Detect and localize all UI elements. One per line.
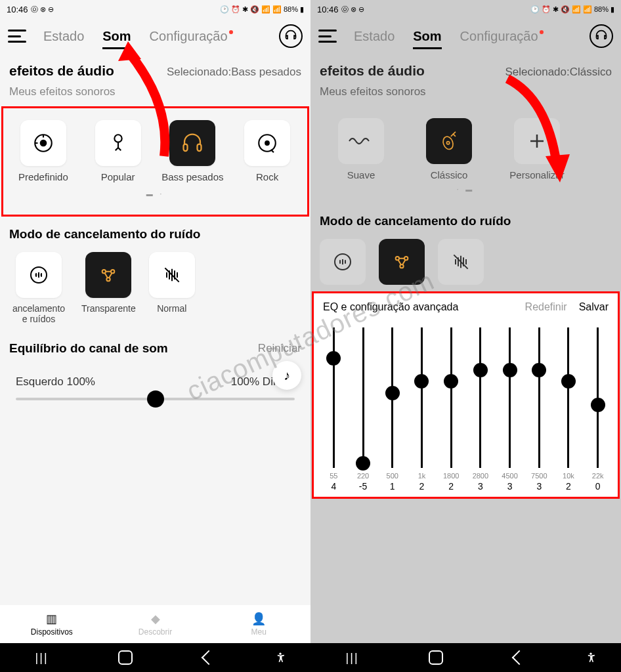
bnav-dispositivos[interactable]: ▥ Dispositivos (0, 605, 104, 643)
sys-home-button[interactable] (106, 650, 145, 665)
music-note-button[interactable]: ♪ (272, 361, 301, 390)
eq-gain-value: 0 (595, 481, 601, 492)
annotation-arrow-up (105, 38, 184, 169)
bnav-meu[interactable]: 👤 Meu (207, 605, 310, 643)
eq-band-220[interactable]: 220-5 (349, 327, 378, 492)
eq-band-500[interactable]: 5001 (377, 327, 407, 492)
eq-band-4500[interactable]: 45003 (495, 327, 525, 492)
eq-gain-value: 3 (536, 481, 542, 492)
bottom-nav: ▥ Dispositivos ◆ Descobrir 👤 Meu (0, 605, 310, 643)
eq-reset-button[interactable]: Redefinir (525, 301, 567, 313)
bnav-descobrir[interactable]: ◆ Descobrir (104, 605, 207, 643)
eq-freq-label: 220 (357, 472, 369, 480)
nc-normal[interactable] (438, 239, 484, 285)
eq-gain-value: 1 (390, 481, 395, 492)
eq-gain-value: 3 (507, 481, 513, 492)
preset-rock[interactable]: Rock (231, 120, 303, 182)
tab-config[interactable]: Configuração (454, 24, 545, 49)
eq-band-55[interactable]: 554 (319, 327, 349, 492)
status-bar: 10:46 ⓞ ⊗ ⊖ 🕑⏰✱🔇📶📶 88%▮ (310, 0, 621, 18)
svg-point-16 (404, 257, 408, 260)
headphone-icon[interactable] (279, 24, 303, 48)
selected-preset-label: Selecionado:Bass pesados (167, 66, 301, 79)
eq-freq-label: 500 (387, 472, 398, 480)
eq-gain-value: 2 (448, 481, 454, 492)
eq-gain-value: 3 (478, 481, 483, 492)
annotation-arrow-down (494, 72, 580, 190)
audio-effects-title: efeitos de áudio (9, 63, 114, 79)
nc-transparent[interactable] (379, 239, 425, 285)
nc-title: Modo de cancelamento do ruído (320, 214, 612, 228)
sys-back-button[interactable] (500, 652, 539, 663)
balance-slider-thumb[interactable] (147, 390, 164, 408)
audio-effects-title: efeitos de áudio (320, 63, 425, 79)
balance-slider[interactable] (16, 398, 295, 400)
screenshot-right: 10:46 ⓞ ⊗ ⊖ 🕑⏰✱🔇📶📶 88%▮ Estado Som Confi… (310, 0, 621, 672)
status-time: 10:46 (317, 5, 339, 14)
eq-band-22k[interactable]: 22k0 (583, 327, 612, 492)
svg-rect-4 (198, 144, 202, 152)
balance-reset-button[interactable]: Reiniciar (258, 342, 301, 355)
eq-save-button[interactable]: Salvar (579, 301, 609, 313)
svg-point-13 (446, 142, 449, 144)
preset-suave[interactable]: Suave (325, 118, 397, 180)
svg-point-17 (400, 264, 403, 268)
eq-freq-label: 7500 (531, 472, 547, 480)
svg-point-8 (102, 270, 106, 273)
eq-sliders: 554220-550011k21800228003450037500310k22… (319, 321, 612, 492)
sys-accessibility-button[interactable] (272, 650, 288, 665)
screenshot-left: 10:46 ⓞ ⊗ ⊖ 🕑⏰✱🔇📶📶 88%▮ Estado Som Confi… (0, 0, 310, 672)
status-icons-left: ⓞ ⊗ ⊖ (31, 5, 54, 14)
sys-recent-button[interactable]: ||| (333, 651, 372, 665)
tab-estado[interactable]: Estado (37, 24, 91, 49)
top-nav: Estado Som Configuração (310, 18, 621, 54)
preset-predefinido[interactable]: Predefinido (7, 120, 79, 182)
svg-rect-3 (184, 144, 188, 152)
tab-estado[interactable]: Estado (347, 24, 401, 49)
svg-point-11 (280, 653, 282, 655)
android-nav-bar: ||| (0, 643, 310, 672)
status-bar: 10:46 ⓞ ⊗ ⊖ 🕑⏰✱🔇📶📶 88%▮ (0, 0, 310, 18)
eq-gain-value: -5 (359, 481, 367, 492)
eq-band-1800[interactable]: 18002 (437, 327, 466, 492)
status-icons-right: 🕑⏰✱🔇📶📶 88%▮ (530, 5, 614, 14)
eq-band-2800[interactable]: 28003 (466, 327, 496, 492)
svg-point-10 (107, 278, 110, 281)
eq-band-7500[interactable]: 75003 (525, 327, 554, 492)
svg-point-12 (442, 135, 455, 150)
sys-back-button[interactable] (189, 652, 228, 663)
balance-title: Equilíbrio do canal de som (9, 341, 168, 356)
eq-title: EQ e configuração avançada (323, 301, 458, 313)
nc-cancel[interactable] (320, 239, 366, 285)
notification-dot (540, 30, 544, 34)
sys-home-button[interactable] (416, 650, 456, 665)
notification-dot (229, 30, 233, 34)
status-icons-right: 🕑⏰✱🔇📶📶 88%▮ (220, 5, 304, 14)
eq-freq-label: 22k (592, 472, 604, 480)
tab-som[interactable]: Som (406, 24, 448, 49)
eq-panel: EQ e configuração avançada Redefinir Sal… (312, 291, 620, 499)
nc-title: Modo de cancelamento do ruído (9, 227, 301, 242)
eq-band-10k[interactable]: 10k2 (554, 327, 584, 492)
status-icons-left: ⓞ ⊗ ⊖ (341, 5, 364, 14)
nc-normal[interactable]: Normal (149, 252, 195, 324)
eq-band-1k[interactable]: 1k2 (407, 327, 437, 492)
menu-icon[interactable] (318, 30, 337, 43)
sys-accessibility-button[interactable] (583, 650, 599, 665)
nc-cancel[interactable]: ancelamento e ruídos (9, 252, 68, 324)
eq-gain-value: 4 (331, 481, 336, 492)
eq-freq-label: 1k (418, 472, 426, 480)
balance-left-value: Esquerdo 100% (16, 375, 95, 388)
headphone-icon[interactable] (589, 24, 613, 48)
sys-recent-button[interactable]: ||| (22, 651, 62, 665)
eq-freq-label: 55 (330, 472, 337, 480)
eq-freq-label: 10k (563, 472, 574, 480)
preset-classico[interactable]: Clássico (413, 118, 485, 180)
nc-transparent[interactable]: Transparente (81, 252, 136, 324)
svg-point-18 (590, 653, 592, 655)
svg-point-15 (396, 257, 399, 260)
eq-freq-label: 2800 (473, 472, 488, 480)
menu-icon[interactable] (8, 30, 26, 43)
android-nav-bar: ||| (310, 643, 621, 672)
eq-freq-label: 1800 (443, 472, 459, 480)
